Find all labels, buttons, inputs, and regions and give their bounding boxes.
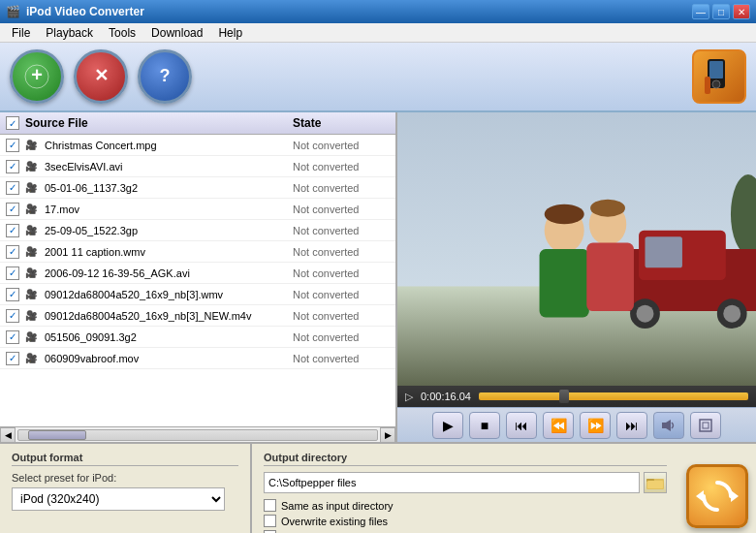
- scroll-right-button[interactable]: ▶: [380, 427, 395, 443]
- fast-forward-button[interactable]: ⏩: [580, 412, 611, 439]
- file-checkbox[interactable]: ✓: [6, 203, 19, 216]
- volume-button[interactable]: [653, 412, 684, 439]
- file-icon: 🎥: [25, 204, 41, 215]
- table-row[interactable]: ✓ 🎥 09012da68004a520_16x9_nb[3].wmv Not …: [0, 284, 395, 305]
- file-icon: 🎥: [25, 225, 41, 236]
- file-name: 060909vabroof.mov: [45, 353, 293, 364]
- convert-button[interactable]: [686, 464, 748, 528]
- file-name: 09012da68004a520_16x9_nb[3].wmv: [45, 289, 293, 300]
- directory-input[interactable]: [264, 472, 640, 493]
- svg-point-25: [545, 204, 584, 225]
- menu-bar: File Playback Tools Download Help: [0, 23, 756, 43]
- file-checkbox[interactable]: ✓: [6, 139, 19, 152]
- close-button[interactable]: ✕: [733, 4, 750, 19]
- horizontal-scrollbar[interactable]: [17, 429, 378, 441]
- fullscreen-button[interactable]: [690, 412, 721, 439]
- file-checkbox[interactable]: ✓: [6, 309, 19, 323]
- delete-button[interactable]: ✕: [74, 49, 128, 104]
- file-state: Not converted: [293, 289, 390, 300]
- help-icon: ?: [153, 65, 176, 88]
- seek-bar[interactable]: [479, 392, 748, 400]
- file-state: Not converted: [293, 225, 390, 236]
- svg-marker-34: [731, 490, 739, 502]
- file-name: 051506_09091.3g2: [45, 331, 293, 343]
- file-checkbox[interactable]: ✓: [6, 266, 19, 280]
- file-state: Not converted: [293, 353, 390, 364]
- svg-rect-27: [662, 423, 666, 428]
- next-frame-button[interactable]: ⏭: [616, 412, 647, 439]
- preview-image: [397, 112, 756, 386]
- menu-playback[interactable]: Playback: [38, 24, 101, 42]
- prev-frame-button[interactable]: ⏮: [506, 412, 537, 439]
- file-state: Not converted: [293, 246, 390, 258]
- time-icon: ▷: [405, 391, 413, 403]
- time-bar: ▷ 0:00:16.04: [397, 386, 756, 407]
- svg-rect-33: [647, 481, 663, 488]
- add-video-button[interactable]: +: [10, 49, 64, 104]
- table-row[interactable]: ✓ 🎥 060909vabroof.mov Not converted: [0, 348, 395, 369]
- file-icon: 🎥: [25, 182, 41, 194]
- file-checkbox[interactable]: ✓: [6, 245, 19, 259]
- stop-button[interactable]: ■: [469, 412, 500, 439]
- rewind-button[interactable]: ⏪: [543, 412, 574, 439]
- file-icon: 🎥: [25, 140, 41, 151]
- file-state: Not converted: [293, 161, 390, 172]
- table-row[interactable]: ✓ 🎥 25-09-05_1522.3gp Not converted: [0, 220, 395, 241]
- maximize-button[interactable]: □: [712, 4, 730, 19]
- file-icon: 🎥: [25, 246, 41, 258]
- ipod-logo: [700, 57, 739, 96]
- svg-point-26: [590, 200, 625, 217]
- main-content: ✓ Source File State ✓ 🎥 Christmas Concer…: [0, 112, 756, 442]
- output-format-panel: Output format Select preset for iPod: iP…: [0, 444, 252, 533]
- svg-marker-35: [696, 490, 704, 502]
- file-name: 2006-09-12 16-39-56_AGK.avi: [45, 267, 293, 279]
- output-format-title: Output format: [12, 452, 238, 466]
- help-button[interactable]: ?: [138, 49, 192, 104]
- svg-rect-29: [700, 420, 711, 431]
- file-icon: 🎥: [25, 331, 41, 343]
- minimize-button[interactable]: —: [692, 4, 709, 19]
- file-checkbox[interactable]: ✓: [6, 160, 19, 173]
- play-button[interactable]: ▶: [432, 412, 463, 439]
- table-row[interactable]: ✓ 🎥 17.mov Not converted: [0, 199, 395, 220]
- menu-help[interactable]: Help: [210, 24, 250, 42]
- file-checkbox[interactable]: ✓: [6, 330, 19, 344]
- file-name: 09012da68004a520_16x9_nb[3]_NEW.m4v: [45, 310, 293, 322]
- file-name: 2001 11 caption.wmv: [45, 246, 293, 258]
- scroll-left-button[interactable]: ◀: [0, 427, 16, 443]
- same-as-input-label: Same as input directory: [281, 500, 394, 512]
- table-row[interactable]: ✓ 🎥 05-01-06_1137.3g2 Not converted: [0, 177, 395, 199]
- table-row[interactable]: ✓ 🎥 2001 11 caption.wmv Not converted: [0, 241, 395, 263]
- logo-area: [692, 49, 746, 104]
- file-list-body[interactable]: ✓ 🎥 Christmas Concert.mpg Not converted …: [0, 135, 395, 426]
- svg-rect-5: [709, 61, 723, 78]
- same-as-input-checkbox[interactable]: [264, 499, 276, 512]
- file-checkbox[interactable]: ✓: [6, 181, 19, 195]
- table-row[interactable]: ✓ 🎥 2006-09-12 16-39-56_AGK.avi Not conv…: [0, 263, 395, 284]
- preview-panel: ▷ 0:00:16.04 ▶ ■ ⏮ ⏪ ⏩ ⏭: [397, 112, 756, 442]
- select-all-checkbox[interactable]: ✓: [6, 116, 19, 130]
- table-row[interactable]: ✓ 🎥 09012da68004a520_16x9_nb[3]_NEW.m4v …: [0, 305, 395, 327]
- seek-bar-container[interactable]: [479, 392, 748, 400]
- preset-select[interactable]: iPod (320x240)iPod (640x480)iPhone (480x…: [12, 487, 225, 511]
- file-icon: 🎥: [25, 310, 41, 322]
- file-checkbox[interactable]: ✓: [6, 352, 19, 365]
- browse-button[interactable]: [644, 472, 667, 493]
- menu-tools[interactable]: Tools: [101, 24, 143, 42]
- file-checkbox[interactable]: ✓: [6, 224, 19, 237]
- table-row[interactable]: ✓ 🎥 051506_09091.3g2 Not converted: [0, 327, 395, 348]
- file-state: Not converted: [293, 267, 390, 279]
- overwrite-existing-checkbox[interactable]: [264, 515, 276, 527]
- menu-download[interactable]: Download: [143, 24, 210, 42]
- directory-input-row: [264, 472, 667, 493]
- table-row[interactable]: ✓ 🎥 Christmas Concert.mpg Not converted: [0, 135, 395, 156]
- svg-point-20: [723, 305, 740, 323]
- table-row[interactable]: ✓ 🎥 3secElvisAVI.avi Not converted: [0, 156, 395, 177]
- file-checkbox[interactable]: ✓: [6, 288, 19, 301]
- seek-thumb[interactable]: [559, 390, 569, 403]
- scrollbar-thumb[interactable]: [28, 430, 86, 440]
- state-header: State: [293, 116, 390, 130]
- convert-button-area: [678, 444, 756, 533]
- preset-label: Select preset for iPod:: [12, 472, 238, 484]
- menu-file[interactable]: File: [4, 24, 38, 42]
